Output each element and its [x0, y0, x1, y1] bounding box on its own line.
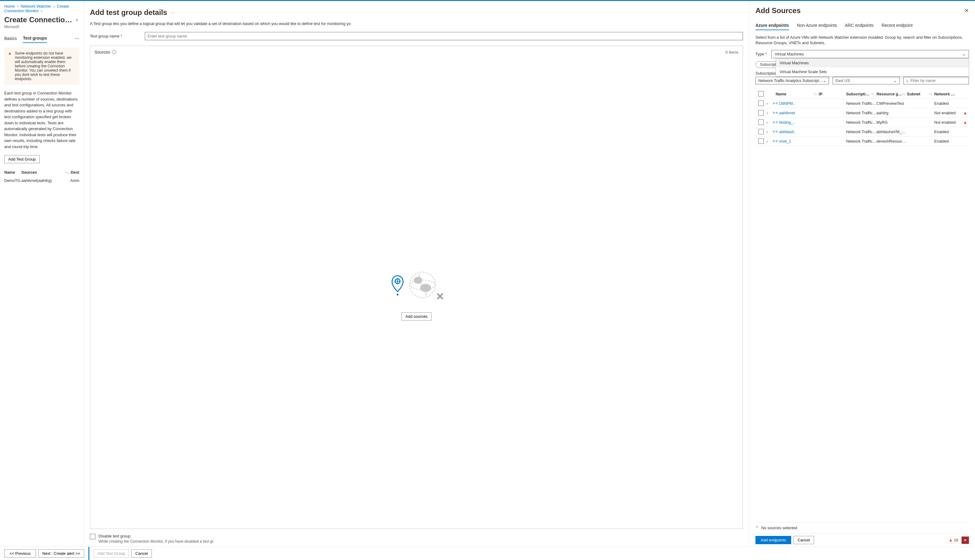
more-menu-icon[interactable]: ··· — [171, 10, 174, 15]
empty-state-illustration — [383, 267, 450, 303]
col-subscription[interactable]: Subscripti…↑↓ — [846, 92, 876, 96]
expand-icon[interactable]: › — [766, 139, 773, 143]
warning-badge[interactable]: ▲10 — [947, 537, 960, 543]
expand-icon[interactable]: › — [766, 111, 773, 115]
tab-azure-endpoints[interactable]: Azure endpoints — [755, 21, 789, 30]
cancel-footer-button[interactable]: Cancel — [132, 549, 152, 558]
add-sources-panel: Add Sources ✕ Azure endpoints Non-Azure … — [750, 1, 975, 547]
tab-recent-endpoint[interactable]: Recent endpoint — [882, 21, 913, 30]
table-row[interactable]: ›abhilash.Network Traffic…abhilashaVM_g…… — [755, 127, 969, 137]
col-name[interactable]: Name↑↓ — [766, 92, 819, 96]
cancel-button[interactable]: Cancel — [794, 536, 814, 544]
col-resource-group[interactable]: Resource g…↑↓ — [876, 92, 907, 96]
warning-icon: ▲ — [8, 51, 12, 81]
table-row[interactable]: ›aahilvnetNetwork Traffic…aahilrgNot ena… — [755, 108, 969, 118]
chevron-down-icon: ⌄ — [823, 78, 826, 83]
type-dropdown[interactable]: Virtual Machines ⌄ — [771, 50, 969, 58]
col-subnet[interactable]: Subnet↑↓ — [907, 92, 935, 96]
breadcrumb: Home › Network Watcher › Create Connecti… — [0, 1, 83, 14]
col-sources[interactable]: Sources↑↓ — [21, 170, 71, 175]
svg-point-2 — [414, 277, 422, 284]
tab-test-groups[interactable]: Test groups — [23, 34, 47, 43]
endpoint-name-link[interactable]: testing_.. — [779, 120, 819, 125]
close-icon[interactable]: ✕ — [964, 7, 969, 14]
svg-point-11 — [776, 112, 776, 113]
more-menu-icon[interactable]: ··· — [75, 35, 79, 42]
subscription-select[interactable]: Network Traffic Analytics Subscript…⌄ — [755, 77, 829, 84]
sources-selected-bar[interactable]: ⌃ No sources selected — [755, 522, 969, 533]
sources-box: Sources i 0 Items — [90, 46, 743, 529]
add-test-group-button[interactable]: Add Test Group — [4, 155, 40, 163]
sort-icon[interactable]: ↑↓ — [65, 171, 69, 174]
type-option-vm[interactable]: Virtual Machines — [776, 58, 968, 67]
endpoints-grid: Name↑↓ IP Subscripti…↑↓ Resource g…↑↓ Su… — [755, 89, 969, 522]
endpoint-name-link[interactable]: abhilash. — [779, 130, 819, 134]
table-row[interactable]: ›testing_..Network Traffic…MyRGNot enabl… — [755, 118, 969, 127]
row-checkbox[interactable] — [758, 110, 764, 115]
svg-point-17 — [776, 141, 776, 142]
expand-icon[interactable]: › — [766, 130, 773, 134]
filter-input[interactable] — [910, 78, 966, 83]
next-button[interactable]: Next : Create alert >> — [38, 549, 84, 558]
add-sources-button[interactable]: Add sources — [402, 312, 431, 320]
description-text: Each test group in Connection Monitor de… — [4, 90, 79, 150]
add-endpoints-button[interactable]: Add endpoints — [755, 536, 791, 544]
disable-test-group-checkbox[interactable] — [90, 534, 95, 539]
tab-basics[interactable]: Basics — [4, 34, 17, 43]
tab-non-azure-endpoints[interactable]: Non-Azure endpoints — [797, 21, 837, 30]
table-row[interactable]: ›vnet_1Network Traffic…deveshResourc…Ena… — [755, 137, 969, 146]
row-checkbox[interactable] — [758, 138, 764, 144]
table-row[interactable]: DemoTG aahilvnet(aahilrg) Anim — [4, 177, 79, 185]
collapse-left-icon[interactable]: « — [74, 16, 79, 23]
test-group-name-label: Test group name * — [90, 34, 145, 38]
breadcrumb-home[interactable]: Home — [4, 4, 15, 8]
previous-button[interactable]: << Previous — [4, 549, 36, 558]
endpoint-name-link[interactable]: vnet_1 — [779, 139, 819, 143]
add-test-group-footer-button[interactable]: Add Test Group — [93, 549, 129, 558]
col-ip[interactable]: IP — [819, 92, 846, 96]
select-all-checkbox[interactable] — [758, 91, 764, 97]
test-groups-table: Name Sources↑↓ Dest DemoTG aahilvnet(aah… — [4, 168, 79, 189]
disable-label: Disable test group — [99, 534, 214, 538]
error-badge[interactable]: ✕ — [962, 537, 969, 544]
svg-point-7 — [397, 294, 399, 295]
sources-label: Sources — [95, 50, 110, 55]
row-checkbox[interactable] — [758, 129, 764, 134]
svg-point-15 — [776, 131, 776, 132]
horizontal-scrollbar[interactable] — [4, 185, 79, 189]
middle-panel: Add test group details ··· A Test group … — [84, 1, 750, 547]
page-title: Create Connection… — [4, 15, 74, 24]
table-row[interactable]: ›DtlNPM..Network Traffic…CMPreviewTestEn… — [755, 99, 969, 108]
svg-point-10 — [775, 112, 775, 113]
filter-search[interactable]: ⌕ — [903, 77, 969, 84]
info-icon[interactable]: i — [112, 50, 116, 54]
breadcrumb-network-watcher[interactable]: Network Watcher — [21, 4, 51, 8]
sources-count: 0 Items — [725, 50, 738, 55]
row-checkbox[interactable] — [758, 120, 764, 125]
chevron-down-icon: ⌄ — [893, 78, 897, 83]
vnet-icon — [773, 111, 778, 115]
svg-point-16 — [775, 141, 775, 142]
expand-icon[interactable]: › — [766, 120, 773, 125]
search-icon: ⌕ — [906, 78, 908, 83]
test-group-name-input[interactable] — [145, 32, 743, 40]
endpoint-name-link[interactable]: aahilvnet — [779, 111, 819, 115]
col-name[interactable]: Name — [4, 170, 21, 175]
col-dest[interactable]: Dest — [71, 170, 79, 175]
row-checkbox[interactable] — [758, 100, 764, 106]
expand-icon[interactable]: › — [766, 101, 773, 106]
svg-point-13 — [776, 122, 776, 122]
vnet-icon — [773, 139, 778, 143]
warning-icon: ▲ — [949, 538, 953, 542]
chevron-down-icon: ⌄ — [962, 52, 965, 57]
region-select[interactable]: East US⌄ — [833, 77, 900, 84]
svg-point-14 — [775, 131, 775, 132]
tab-arc-endpoints[interactable]: ARC endpoints — [845, 21, 873, 30]
endpoint-name-link[interactable]: DtlNPM.. — [779, 101, 819, 106]
svg-point-9 — [776, 103, 776, 103]
svg-point-12 — [775, 122, 775, 122]
col-network[interactable]: Network … — [934, 92, 962, 96]
type-option-vmss[interactable]: Virtual Machine Scale Sets — [776, 67, 968, 76]
warning-icon: ▲ — [962, 111, 969, 115]
svg-point-8 — [775, 103, 775, 103]
